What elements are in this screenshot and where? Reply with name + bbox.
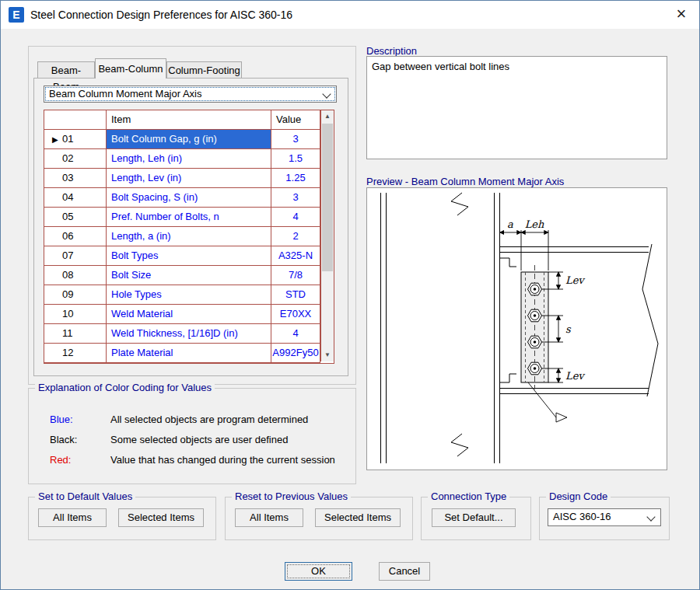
description-label: Description [366,45,417,57]
item-cell[interactable]: Plate Material [107,344,271,363]
item-cell[interactable]: Weld Material [107,305,271,324]
value-cell[interactable]: 4 [271,208,320,227]
reset-previous-group: Reset to Previous Values All Items Selec… [225,497,413,540]
row-number-cell[interactable]: ▶02 [44,149,107,169]
chevron-down-icon [646,512,655,521]
set-default-all-items-button[interactable]: All Items [38,508,107,527]
connection-type-title: Connection Type [428,491,509,502]
chevron-down-icon [322,89,331,98]
dim-label-leh: Leh [525,218,544,230]
table-row[interactable]: ▶09 Hole Types STD [44,285,334,305]
bolt-icon [528,309,542,322]
item-cell[interactable]: Bolt Size [107,266,271,285]
row-number-cell[interactable]: ▶08 [44,266,107,285]
bolt-icon [528,336,542,348]
row-number-cell[interactable]: ▶09 [44,285,107,305]
table-row[interactable]: ▶10 Weld Material E70XX [44,305,334,324]
row-number-cell[interactable]: ▶03 [44,169,107,188]
item-cell[interactable]: Weld Thickness, [1/16]D (in) [107,324,271,344]
row-number-cell[interactable]: ▶06 [44,227,107,246]
table-row[interactable]: ▶07 Bolt Types A325-N [44,246,334,266]
table-row[interactable]: ▶08 Bolt Size 7/8 [44,266,334,285]
legend-label-blue: Blue: [50,414,110,425]
value-cell[interactable]: STD [271,285,320,305]
preview-drawing: a Leh Lev s Lev [367,188,665,468]
design-code-group: Design Code AISC 360-16 [539,497,670,540]
legend-label-black: Black: [50,434,110,445]
design-code-combobox[interactable]: AISC 360-16 [548,508,661,526]
item-cell[interactable]: Bolt Spacing, S (in) [107,188,271,208]
table-row[interactable]: ▶03 Length, Lev (in) 1.25 [44,169,334,188]
row-number-cell[interactable]: ▶11 [44,324,107,344]
scrollbar-thumb[interactable] [322,124,333,271]
legend-row-blue: Blue:All selected objects are program de… [50,414,308,425]
item-cell[interactable]: Bolt Column Gap, g (in) [107,130,271,149]
set-default-connection-button[interactable]: Set Default... [432,508,516,527]
value-cell[interactable]: 1.5 [271,149,320,169]
table-row[interactable]: ▶12 Plate Material A992Fy50 [44,344,334,363]
break-symbol-right [642,244,658,396]
item-cell[interactable]: Hole Types [107,285,271,305]
value-cell[interactable]: A325-N [271,246,320,266]
row-number: 08 [62,269,73,281]
table-scrollbar[interactable]: ▲ ▼ [320,110,334,361]
row-number-cell[interactable]: ▶01 [44,130,107,149]
legend-row-black: Black:Some selected objects are user def… [50,434,288,445]
scroll-up-icon[interactable]: ▲ [321,110,334,123]
value-cell[interactable]: 2 [271,227,320,246]
table-row[interactable]: ▶06 Length, a (in) 2 [44,227,334,246]
reset-previous-title: Reset to Previous Values [232,491,351,502]
break-symbol-bottom [451,434,468,456]
row-number: 06 [62,230,73,242]
value-cell[interactable]: 3 [271,130,320,149]
row-number-cell[interactable]: ▶07 [44,246,107,266]
tab-column-footing[interactable]: Column-Footing [166,61,242,78]
reset-all-items-button[interactable]: All Items [235,508,303,527]
table-row[interactable]: ▶05 Pref. Number of Bolts, n 4 [44,208,334,227]
item-cell[interactable]: Length, a (in) [107,227,271,246]
scroll-down-icon[interactable]: ▼ [321,349,334,361]
bolt-icon [528,283,542,295]
window-title: Steel Connection Design Preferences for … [30,9,292,21]
value-cell[interactable]: 1.25 [271,169,320,188]
set-default-title: Set to Default Values [35,491,135,502]
dialog-window: E Steel Connection Design Preferences fo… [0,0,700,590]
column-header-value: Value [271,110,320,130]
ok-button[interactable]: OK [285,562,352,581]
item-cell[interactable]: Length, Leh (in) [107,149,271,169]
dim-label-lev-bottom: Lev [565,370,585,382]
tab-beam-beam[interactable]: Beam-Beam [37,61,95,78]
value-cell[interactable]: A992Fy50 [271,344,320,363]
item-cell[interactable]: Pref. Number of Bolts, n [107,208,271,227]
row-number: 02 [62,152,73,164]
connection-type-combobox[interactable]: Beam Column Moment Major Axis [44,86,337,103]
preferences-table: Item Value ▶01 Bolt Column Gap, g (in) 3… [44,110,334,364]
set-default-selected-items-button[interactable]: Selected Items [118,508,204,527]
item-cell[interactable]: Bolt Types [107,246,271,266]
row-number-cell[interactable]: ▶05 [44,208,107,227]
value-cell[interactable]: E70XX [271,305,320,324]
reset-selected-items-button[interactable]: Selected Items [315,508,401,527]
value-cell[interactable]: 7/8 [271,266,320,285]
row-number-cell[interactable]: ▶10 [44,305,107,324]
value-cell[interactable]: 3 [271,188,320,208]
tab-beam-column[interactable]: Beam-Column [95,58,166,79]
value-cell[interactable]: 4 [271,324,320,344]
table-row[interactable]: ▶11 Weld Thickness, [1/16]D (in) 4 [44,324,334,344]
table-row[interactable]: ▶01 Bolt Column Gap, g (in) 3 [44,130,334,149]
row-number-cell[interactable]: ▶04 [44,188,107,208]
legend-text-black: Some selected objects are user defined [110,434,288,445]
cancel-button[interactable]: Cancel [379,562,430,581]
titlebar: E Steel Connection Design Preferences fo… [1,1,699,29]
table-header-row: Item Value [44,110,334,130]
table-row[interactable]: ▶02 Length, Leh (in) 1.5 [44,149,334,169]
row-number-cell[interactable]: ▶12 [44,344,107,363]
description-box: Gap between vertical bolt lines [366,56,667,159]
row-number: 05 [62,211,73,222]
table-row[interactable]: ▶04 Bolt Spacing, S (in) 3 [44,188,334,208]
preview-box: a Leh Lev s Lev [366,187,667,470]
close-button[interactable]: × [663,1,699,29]
color-coding-title: Explanation of Color Coding for Values [35,382,215,393]
item-cell[interactable]: Length, Lev (in) [107,169,271,188]
legend-text-blue: All selected objects are program determi… [110,414,308,425]
